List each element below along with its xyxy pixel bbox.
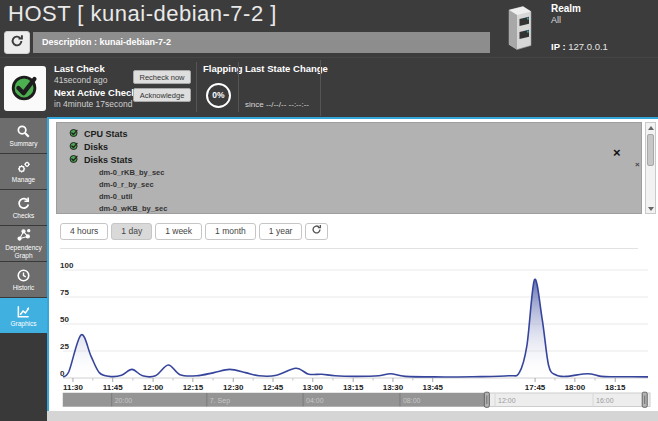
divider (60, 248, 638, 249)
gears-icon (16, 160, 31, 175)
check-small-icon (69, 141, 79, 153)
description-bar: Description : kunai-debian-7-2 (33, 32, 490, 53)
service-group-label: CPU Stats (84, 129, 128, 139)
scrollbar-thumb[interactable] (647, 134, 654, 166)
sidebar-item-label: Manage (11, 176, 37, 183)
svg-text:11:30: 11:30 (63, 383, 84, 392)
last-state-change-value: since --/--/-- --:--:-- (245, 100, 328, 109)
scroll-up-icon[interactable] (646, 123, 655, 132)
svg-text:12:00: 12:00 (498, 397, 516, 404)
svg-text:7. Sep: 7. Sep (210, 397, 230, 405)
metrics-chart: 025507510011:3011:4512:0012:1512:3012:45… (49, 252, 654, 409)
navigator-handle[interactable] (642, 392, 647, 407)
chart-svg: 025507510011:3011:4512:0012:1512:3012:45… (49, 252, 654, 409)
dependency-graph-icon (16, 228, 31, 243)
check-actions: Recheck now Acknowledge (133, 70, 191, 106)
navigator-handle[interactable] (484, 392, 489, 407)
range-button-1-year[interactable]: 1 year (259, 223, 303, 240)
flapping-percentage-badge: 0% (206, 83, 231, 108)
svg-text:13:30: 13:30 (383, 383, 404, 392)
sidebar-item-manage[interactable]: Manage (0, 154, 47, 189)
svg-text:12:15: 12:15 (183, 383, 204, 392)
flapping-block: Flapping 0% (203, 64, 243, 108)
server-icon (497, 3, 541, 53)
metric-item-dm-0-wkb-by-sec[interactable]: dm-0_wKB_by_sec (69, 202, 641, 214)
status-bar: Last Check 41second ago Next Active Chec… (0, 57, 658, 118)
sidebar-item-label: Summary (9, 140, 39, 147)
sidebar-item-label: Historic (12, 284, 36, 291)
close-icon[interactable]: × (613, 148, 621, 158)
sidebar-item-checks[interactable]: Checks (0, 190, 47, 225)
range-button-4-hours[interactable]: 4 hours (60, 223, 108, 240)
svg-text:17:45: 17:45 (525, 383, 546, 392)
svg-text:25: 25 (60, 342, 69, 351)
divider (238, 62, 239, 112)
scroll-down-icon[interactable] (646, 204, 655, 213)
service-group-cpu-stats[interactable]: CPU Stats (69, 127, 641, 140)
content-area: CPU StatsDisksDisks Statsdm-0_rKB_by_sec… (47, 117, 658, 411)
header: HOST [ kunai-debian-7-2 ] Description : … (0, 0, 658, 57)
flapping-label: Flapping (203, 64, 243, 75)
page-title: HOST [ kunai-debian-7-2 ] (8, 1, 277, 27)
svg-text:12:00: 12:00 (143, 383, 164, 392)
chart-refresh-button[interactable] (305, 223, 328, 240)
refresh-icon (10, 34, 24, 52)
svg-text:50: 50 (60, 315, 69, 324)
recheck-now-button[interactable]: Recheck now (133, 70, 191, 84)
service-group-disks-stats[interactable]: Disks Stats (69, 153, 641, 166)
svg-text:16:00: 16:00 (596, 397, 614, 404)
next-check-value: in 4minute 17second (54, 99, 137, 109)
svg-text:12:45: 12:45 (263, 383, 284, 392)
redo-icon (16, 196, 31, 211)
service-group-label: Disks Stats (84, 155, 133, 165)
metric-close-icon[interactable]: × (635, 161, 640, 169)
metric-item-dm-0-util[interactable]: dm-0_util (69, 190, 641, 202)
acknowledge-button[interactable]: Acknowledge (133, 88, 191, 102)
check-small-icon (69, 154, 79, 166)
svg-text:100: 100 (60, 261, 74, 270)
refresh-icon (311, 224, 322, 240)
divider (196, 62, 197, 112)
last-state-change-label: Last State Change (245, 64, 328, 75)
last-check-label: Last Check (54, 64, 137, 75)
check-small-icon (69, 128, 79, 140)
services-legend-panel: CPU StatsDisksDisks Statsdm-0_rKB_by_sec… (56, 122, 642, 214)
sidebar-item-dependency-graph[interactable]: Dependency Graph (0, 226, 47, 261)
service-group-label: Disks (84, 142, 108, 152)
svg-text:75: 75 (60, 288, 69, 297)
sidebar-item-label: Graphics (9, 320, 37, 327)
host-detail-window: HOST [ kunai-debian-7-2 ] Description : … (0, 0, 658, 421)
refresh-button[interactable] (4, 31, 30, 54)
host-status-icon-box (4, 66, 46, 111)
realm-block: Realm All (551, 3, 581, 25)
metric-item-dm-0-r-by-sec[interactable]: dm-0_r_by_sec (69, 178, 641, 190)
content-footer-strip (47, 411, 658, 421)
sidebar-item-label: Dependency Graph (0, 244, 47, 259)
svg-text:18:00: 18:00 (565, 383, 586, 392)
ip-line: IP : 127.0.0.1 (551, 41, 608, 52)
ip-label: IP : (551, 41, 566, 52)
line-chart-icon (16, 304, 31, 319)
realm-value: All (551, 15, 581, 25)
svg-text:13:45: 13:45 (422, 383, 443, 392)
sidebar-item-summary[interactable]: Summary (0, 118, 47, 153)
last-state-change-block: Last State Change since --/--/-- --:--:-… (245, 64, 328, 109)
range-button-1-month[interactable]: 1 month (205, 223, 256, 240)
range-button-1-week[interactable]: 1 week (155, 223, 202, 240)
svg-text:04:00: 04:00 (306, 397, 324, 404)
sidebar-item-graphics[interactable]: Graphics (0, 298, 47, 333)
service-group-disks[interactable]: Disks (69, 140, 641, 153)
metric-item-dm-0-rkb-by-sec[interactable]: dm-0_rKB_by_sec (69, 166, 641, 178)
range-button-1-day[interactable]: 1 day (111, 223, 152, 240)
magnifier-icon (16, 124, 31, 139)
svg-text:08:00: 08:00 (403, 397, 421, 404)
divider (320, 60, 321, 116)
panel-scrollbar[interactable] (645, 122, 656, 214)
time-range-toolbar: 4 hours1 day1 week1 month1 year (60, 223, 328, 240)
last-check-value: 41second ago (54, 75, 137, 85)
svg-text:13:00: 13:00 (303, 383, 324, 392)
check-circle-icon (8, 70, 42, 108)
sidebar-item-historic[interactable]: Historic (0, 262, 47, 297)
sidebar-item-label: Checks (12, 212, 36, 219)
svg-text:18:15: 18:15 (605, 383, 626, 392)
